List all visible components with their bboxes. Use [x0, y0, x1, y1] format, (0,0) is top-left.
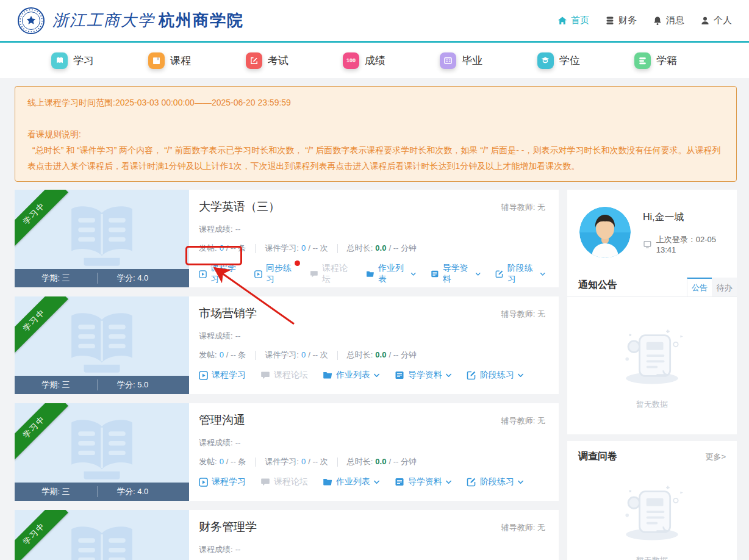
stat-duration: 总时长:0.0/ -- 分钟 [347, 243, 417, 254]
notice-rules-body: “总时长” 和 “课件学习” 两个内容， “/” 前面数字表示已学习时长和次数，… [27, 142, 724, 174]
study-book-icon [51, 52, 68, 69]
tab-degree[interactable]: 学位 [537, 52, 580, 69]
credit-label: 学分: 5.0 [98, 379, 148, 390]
stage-practice-button[interactable]: 阶段练习 [495, 263, 545, 285]
sync-practice-button[interactable]: 同步练习 [254, 263, 295, 285]
sidebar: Hi,金一城 上次登录：02-05 13:41 通知公告 公告 待办 暂无数据 [567, 190, 737, 560]
chat-icon [260, 370, 270, 380]
course-card: 学习中 财务管理学 辅导教师: 无 课程成绩:-- 发帖:0/ -- 条 课件学… [15, 510, 559, 560]
semester-label: 学期: 三 [15, 486, 97, 497]
graduation-card-icon [440, 52, 456, 69]
course-score: 课程成绩:-- [199, 224, 545, 235]
tutor-label: 辅导教师: 无 [501, 522, 545, 533]
course-card: 学习中 学期: 三 学分: 4.0 管理沟通 辅导教师: 无 课程成绩:-- 发… [15, 403, 559, 501]
edit-icon [467, 477, 476, 487]
notice-section-header: 通知公告 公告 待办 [567, 275, 737, 297]
homework-list-button[interactable]: 作业列表 [366, 263, 416, 285]
tab-study[interactable]: 学习 [51, 52, 94, 69]
course-book-icon [148, 52, 165, 69]
play-icon [199, 270, 207, 279]
stat-divider [255, 244, 256, 253]
roster-list-icon [634, 52, 651, 69]
homework-list-button[interactable]: 作业列表 [323, 476, 380, 487]
chevron-down-icon [517, 372, 524, 379]
play-icon [254, 270, 262, 279]
app-header: 浙江工商大学杭州商学院 首页 财务 消息 个人 [0, 0, 749, 43]
top-nav: 首页 财务 消息 个人 [557, 15, 732, 26]
open-book-icon [56, 519, 148, 560]
chat-icon [310, 269, 318, 279]
course-forum-button: 课程论坛 [260, 370, 308, 381]
survey-section-header: 调查问卷 更多> [567, 441, 737, 463]
notice-tabs: 公告 待办 [687, 278, 737, 296]
homework-list-button[interactable]: 作业列表 [323, 370, 380, 381]
nav-home[interactable]: 首页 [557, 15, 589, 26]
guide-materials-button[interactable]: 导学资料 [395, 370, 452, 381]
chevron-down-icon [540, 271, 545, 278]
study-time-notice: 线上课程学习时间范围:2025-03-03 00:00:00——2025-06-… [15, 86, 737, 182]
tab-announcements[interactable]: 公告 [687, 278, 712, 296]
avatar[interactable] [579, 207, 631, 258]
user-profile: Hi,金一城 上次登录：02-05 13:41 [567, 190, 737, 275]
folder-icon [366, 269, 375, 279]
course-meta-bar: 学期: 三 学分: 5.0 [15, 376, 189, 394]
nav-finance[interactable]: 财务 [605, 15, 637, 26]
course-study-button[interactable]: 课程学习 [199, 476, 246, 487]
stat-divider [337, 458, 338, 467]
survey-section-title: 调查问卷 [578, 450, 617, 463]
nav-profile[interactable]: 个人 [700, 15, 732, 26]
grade-100-icon: 100 [343, 52, 359, 69]
notice-time-range: 线上课程学习时间范围:2025-03-03 00:00:00——2025-06-… [27, 95, 724, 110]
course-card: 学习中 学期: 三 学分: 5.0 市场营销学 辅导教师: 无 课程成绩:-- … [15, 296, 559, 394]
home-icon [557, 16, 567, 26]
panel-gap [567, 434, 737, 441]
stat-divider [255, 351, 256, 360]
school-brand: 浙江工商大学杭州商学院 [17, 7, 244, 35]
course-meta-bar: 学期: 三 学分: 4.0 [15, 269, 189, 287]
course-study-button[interactable]: 课程学习 [199, 370, 246, 381]
course-thumbnail[interactable]: 学习中 学期: 三 学分: 4.0 [15, 403, 189, 501]
bell-icon [653, 16, 662, 26]
stat-divider [255, 458, 256, 467]
course-study-button[interactable]: 课程学习 [199, 263, 240, 285]
course-card: 学习中 学期: 三 学分: 4.0 大学英语（三） 辅导教师: 无 课程成绩:-… [15, 190, 559, 287]
credit-label: 学分: 4.0 [98, 486, 148, 497]
stage-practice-button[interactable]: 阶段练习 [467, 476, 524, 487]
course-list: 学习中 学期: 三 学分: 4.0 大学英语（三） 辅导教师: 无 课程成绩:-… [15, 190, 559, 560]
person-icon [700, 16, 710, 26]
folder-icon [323, 370, 332, 380]
notice-section-title: 通知公告 [578, 279, 617, 296]
stage-practice-button[interactable]: 阶段练习 [467, 370, 524, 381]
course-score: 课程成绩:-- [199, 544, 545, 555]
play-icon [199, 371, 208, 380]
tab-exams[interactable]: 考试 [246, 52, 288, 69]
stat-courseware: 课件学习:0/ -- 次 [265, 456, 328, 467]
chevron-down-icon [517, 479, 524, 486]
stat-courseware: 课件学习:0/ -- 次 [265, 350, 328, 361]
chevron-down-icon [475, 271, 481, 278]
monitor-icon [643, 240, 652, 249]
more-link[interactable]: 更多> [705, 451, 726, 462]
tab-roster[interactable]: 学籍 [634, 52, 677, 69]
course-thumbnail[interactable]: 学习中 [15, 510, 189, 560]
course-thumbnail[interactable]: 学习中 学期: 三 学分: 5.0 [15, 296, 189, 394]
tutor-label: 辅导教师: 无 [501, 202, 545, 213]
course-title: 财务管理学 [199, 519, 257, 535]
tab-courses[interactable]: 课程 [148, 52, 191, 69]
guide-materials-button[interactable]: 导学资料 [395, 476, 452, 487]
document-icon [431, 269, 439, 279]
stat-posts: 发帖:0/ -- 条 [199, 350, 246, 361]
semester-label: 学期: 三 [15, 379, 97, 390]
tab-todo[interactable]: 待办 [712, 278, 737, 296]
course-thumbnail[interactable]: 学习中 学期: 三 学分: 4.0 [15, 190, 189, 287]
document-icon [395, 477, 404, 487]
survey-empty-state: 暂无数据 [567, 463, 737, 560]
nav-messages[interactable]: 消息 [653, 15, 684, 26]
course-score: 课程成绩:-- [199, 331, 545, 342]
tab-graduation[interactable]: 毕业 [440, 52, 482, 69]
guide-materials-button[interactable]: 导学资料 [431, 263, 481, 285]
course-score: 课程成绩:-- [199, 437, 545, 448]
course-title: 大学英语（三） [199, 199, 280, 215]
tab-grades[interactable]: 100 成绩 [343, 52, 385, 69]
empty-text: 暂无数据 [567, 555, 737, 560]
